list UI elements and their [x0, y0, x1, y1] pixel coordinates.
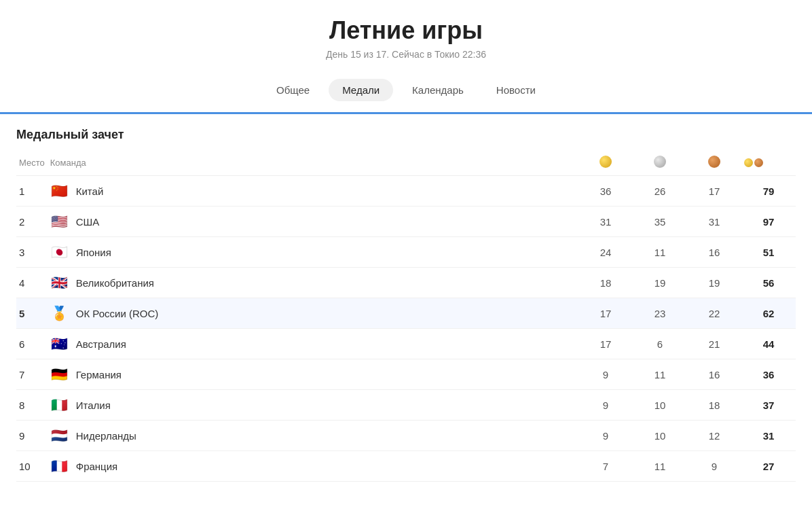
rank-cell: 9 [16, 421, 48, 451]
table-row: 8 🇮🇹 Италия 9 10 18 37 [16, 390, 796, 421]
team-cell: 🇩🇪 Германия [48, 359, 578, 390]
table-row: 6 🇦🇺 Австралия 17 6 21 44 [16, 329, 796, 359]
rank-cell: 5 [16, 298, 48, 329]
bronze-count: 16 [687, 359, 741, 390]
tab-calendar[interactable]: Календарь [399, 79, 477, 101]
rank-cell: 8 [16, 390, 48, 421]
silver-count: 6 [633, 329, 687, 359]
flag-icon: 🇯🇵 [50, 245, 69, 259]
total-bronze-icon [754, 158, 763, 167]
bronze-count: 18 [687, 390, 741, 421]
table-row: 1 🇨🇳 Китай 36 26 17 79 [16, 176, 796, 207]
flag-icon: 🇨🇳 [50, 184, 69, 198]
col-bronze [687, 150, 741, 176]
gold-count: 9 [578, 359, 633, 390]
tab-news[interactable]: Новости [483, 79, 549, 101]
rank-cell: 4 [16, 268, 48, 298]
table-row: 4 🇬🇧 Великобритания 18 19 19 56 [16, 268, 796, 298]
table-row: 3 🇯🇵 Япония 24 11 16 51 [16, 237, 796, 268]
total-count: 31 [741, 421, 796, 451]
total-count: 97 [741, 207, 796, 237]
gold-count: 7 [578, 451, 633, 482]
flag-icon: 🇬🇧 [50, 276, 69, 289]
bronze-count: 21 [687, 329, 741, 359]
silver-count: 19 [633, 268, 687, 298]
section-title: Медальный зачет [16, 128, 796, 142]
team-cell: 🇺🇸 США [48, 207, 578, 237]
bronze-count: 22 [687, 298, 741, 329]
rank-cell: 2 [16, 207, 48, 237]
team-cell: 🇮🇹 Италия [48, 390, 578, 421]
flag-icon: 🇦🇺 [50, 337, 69, 351]
gold-count: 18 [578, 268, 633, 298]
gold-count: 17 [578, 298, 633, 329]
table-row: 7 🇩🇪 Германия 9 11 16 36 [16, 359, 796, 390]
flag-icon: 🇩🇪 [50, 368, 69, 381]
team-cell: 🇦🇺 Австралия [48, 329, 578, 359]
team-name: Италия [76, 399, 111, 411]
col-team: Команда [48, 150, 578, 176]
team-name: США [76, 216, 100, 228]
rank-cell: 6 [16, 329, 48, 359]
team-name: Австралия [76, 338, 126, 350]
tab-medals[interactable]: Медали [329, 79, 393, 101]
table-row: 10 🇫🇷 Франция 7 11 9 27 [16, 451, 796, 482]
total-count: 44 [741, 329, 796, 359]
tab-general[interactable]: Общее [263, 79, 323, 101]
table-header-row: Место Команда [16, 150, 796, 176]
silver-count: 35 [633, 207, 687, 237]
total-count: 37 [741, 390, 796, 421]
silver-count: 11 [633, 237, 687, 268]
table-row: 2 🇺🇸 США 31 35 31 97 [16, 207, 796, 237]
tab-bar: Общее Медали Календарь Новости [0, 65, 812, 112]
gold-count: 17 [578, 329, 633, 359]
bronze-count: 16 [687, 237, 741, 268]
team-cell: 🇬🇧 Великобритания [48, 268, 578, 298]
table-row: 5 🏅 ОК России (ROC) 17 23 22 62 [16, 298, 796, 329]
table-body: 1 🇨🇳 Китай 36 26 17 79 2 🇺🇸 США 31 35 3 [16, 176, 796, 482]
silver-count: 10 [633, 421, 687, 451]
total-count: 62 [741, 298, 796, 329]
page-header: Летние игры День 15 из 17. Сейчас в Токи… [0, 0, 812, 65]
team-name: Нидерланды [76, 430, 136, 442]
team-cell: 🇯🇵 Япония [48, 237, 578, 268]
gold-count: 9 [578, 421, 633, 451]
team-cell: 🇫🇷 Франция [48, 451, 578, 482]
total-medal-icons [744, 158, 793, 167]
total-count: 79 [741, 176, 796, 207]
flag-icon: 🏅 [50, 306, 69, 320]
bronze-count: 17 [687, 176, 741, 207]
gold-count: 24 [578, 237, 633, 268]
team-name: Германия [76, 369, 122, 380]
total-count: 56 [741, 268, 796, 298]
flag-icon: 🇫🇷 [50, 459, 69, 473]
team-cell: 🇨🇳 Китай [48, 176, 578, 207]
flag-icon: 🇺🇸 [50, 215, 69, 228]
rank-cell: 1 [16, 176, 48, 207]
rank-cell: 3 [16, 237, 48, 268]
team-cell: 🇳🇱 Нидерланды [48, 421, 578, 451]
team-name: Франция [76, 461, 117, 472]
silver-medal-icon [654, 156, 666, 168]
bronze-count: 12 [687, 421, 741, 451]
team-name: Япония [76, 247, 111, 258]
col-total [741, 150, 796, 176]
flag-icon: 🇮🇹 [50, 398, 69, 412]
gold-count: 36 [578, 176, 633, 207]
team-cell: 🏅 ОК России (ROC) [48, 298, 578, 329]
gold-medal-icon [599, 156, 612, 168]
silver-count: 10 [633, 390, 687, 421]
total-count: 51 [741, 237, 796, 268]
flag-icon: 🇳🇱 [50, 429, 69, 442]
bronze-medal-icon [708, 156, 720, 168]
total-count: 27 [741, 451, 796, 482]
silver-count: 11 [633, 359, 687, 390]
medal-table: Место Команда [16, 150, 796, 482]
col-silver [633, 150, 687, 176]
bronze-count: 19 [687, 268, 741, 298]
gold-count: 31 [578, 207, 633, 237]
col-gold [578, 150, 633, 176]
col-rank: Место [16, 150, 48, 176]
bronze-count: 31 [687, 207, 741, 237]
team-name: Великобритания [76, 277, 154, 289]
